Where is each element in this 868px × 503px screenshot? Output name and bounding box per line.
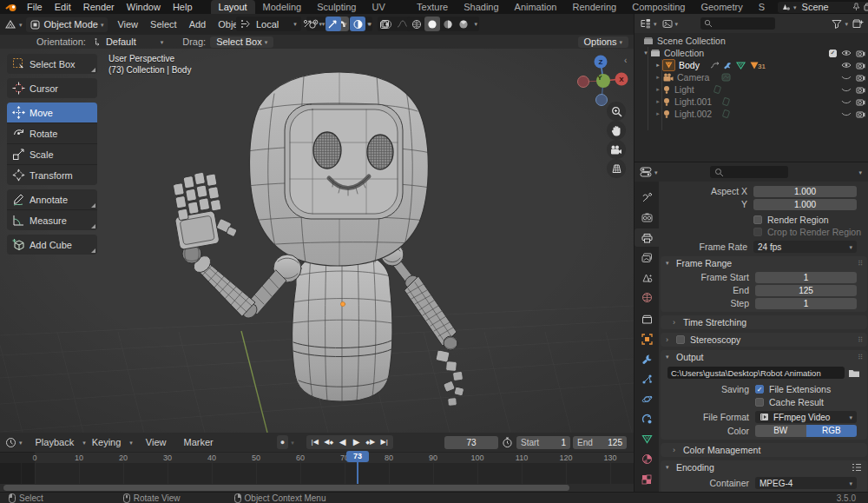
tool-scale[interactable]: Scale bbox=[7, 144, 97, 165]
timeline-channels[interactable] bbox=[0, 463, 634, 484]
show-overlays-icon[interactable] bbox=[326, 17, 341, 31]
tab-object[interactable] bbox=[635, 330, 659, 348]
panel-drag-icon[interactable]: ⠿ bbox=[858, 336, 863, 344]
end-field[interactable]: 125 bbox=[755, 285, 857, 296]
editor-type-icon[interactable] bbox=[4, 19, 16, 30]
transform-orientation-dropdown[interactable]: Local ▾ bbox=[236, 17, 301, 31]
expand-icon[interactable]: ▾ bbox=[641, 50, 650, 56]
crop-region-checkbox[interactable] bbox=[753, 228, 762, 236]
step-field[interactable]: 1 bbox=[755, 298, 857, 309]
timeline-editor-type-icon[interactable] bbox=[5, 437, 16, 448]
play-reverse-button[interactable]: ◀ bbox=[336, 435, 350, 449]
tool-cursor[interactable]: Cursor bbox=[7, 78, 97, 98]
expand-icon[interactable]: ▸ bbox=[654, 110, 662, 117]
tab-constraints[interactable] bbox=[635, 410, 659, 428]
camera-disable-icon[interactable] bbox=[856, 62, 865, 69]
collapse-sidebar-icon[interactable]: ‹ bbox=[624, 56, 627, 65]
menu-marker[interactable]: Marker bbox=[177, 437, 219, 447]
tab-shading[interactable]: Shading bbox=[456, 0, 506, 14]
menu-edit[interactable]: Edit bbox=[49, 2, 77, 12]
output-path-field[interactable]: C:\Users\gusta\Desktop\Robot Animation bbox=[667, 367, 845, 379]
frame-start-field[interactable]: 1 bbox=[755, 272, 857, 283]
pin-icon[interactable] bbox=[852, 3, 860, 11]
tab-layout[interactable]: Layout bbox=[211, 0, 255, 14]
outliner-row-light[interactable]: ▸ Light bbox=[635, 83, 868, 96]
panel-drag-icon[interactable]: ⠿ bbox=[858, 260, 863, 268]
stereoscopy-panel[interactable]: › Stereoscopy ⠿ bbox=[661, 333, 867, 347]
render-region-checkbox[interactable] bbox=[753, 215, 762, 224]
blender-logo-icon[interactable] bbox=[5, 3, 17, 12]
tool-measure[interactable]: Measure bbox=[7, 210, 97, 230]
jump-to-end-button[interactable]: ▶| bbox=[378, 435, 391, 449]
viewport-3d[interactable]: User Perspective (73) Collection | Body … bbox=[0, 49, 634, 433]
frame-start-field[interactable]: Start 1 bbox=[516, 436, 570, 449]
eye-closed-icon[interactable] bbox=[841, 111, 852, 117]
tab-compositing[interactable]: Compositing bbox=[624, 0, 693, 14]
drag-dropdown[interactable]: Select Box ▾ bbox=[210, 36, 273, 48]
properties-editor-type-icon[interactable] bbox=[640, 167, 652, 177]
zoom-view-icon[interactable] bbox=[607, 102, 626, 121]
camera-disable-icon[interactable] bbox=[856, 98, 865, 106]
current-frame-field[interactable]: 73 bbox=[444, 436, 498, 449]
camera-disable-icon[interactable] bbox=[856, 110, 865, 118]
outliner-display-mode-icon[interactable] bbox=[640, 18, 651, 29]
timeline-scrollbar[interactable] bbox=[3, 485, 569, 491]
menu-window[interactable]: Window bbox=[121, 2, 167, 12]
expand-icon[interactable]: ▸ bbox=[654, 62, 662, 69]
encoding-header[interactable]: ▾ Encoding bbox=[661, 460, 867, 474]
frame-end-field[interactable]: End 125 bbox=[573, 436, 627, 449]
tab-collection[interactable] bbox=[635, 310, 659, 328]
expand-icon[interactable]: ▸ bbox=[654, 86, 662, 93]
tab-geometry-nodes[interactable]: Geometry Nodes bbox=[693, 0, 750, 14]
toggle-xray-box-icon[interactable] bbox=[377, 17, 392, 31]
outliner-row-light-001[interactable]: ▸ Light.001 bbox=[635, 96, 868, 108]
camera-view-icon[interactable] bbox=[607, 140, 626, 159]
color-rgb-button[interactable]: RGB bbox=[806, 425, 858, 437]
frame-range-header[interactable]: ▾ Frame Range ⠿ bbox=[661, 256, 867, 270]
collection-checkbox[interactable]: ✓ bbox=[829, 50, 837, 57]
tool-move[interactable]: Move bbox=[7, 103, 97, 123]
tab-texture[interactable] bbox=[635, 470, 659, 488]
outliner-row-light-002[interactable]: ▸ Light.002 bbox=[635, 108, 868, 120]
outliner-row-scene-collection[interactable]: Scene Collection bbox=[635, 35, 868, 47]
folder-icon[interactable] bbox=[848, 368, 860, 378]
prev-keyframe-button[interactable]: ◀◆ bbox=[322, 435, 336, 449]
new-collection-icon[interactable] bbox=[852, 18, 864, 29]
menu-select[interactable]: Select bbox=[144, 19, 183, 30]
timeline-ruler[interactable]: 0 10 20 30 40 50 60 70 80 90 100 110 120… bbox=[0, 452, 634, 464]
shading-material-icon[interactable] bbox=[440, 17, 456, 31]
tab-tool[interactable] bbox=[635, 189, 659, 207]
new-scene-icon[interactable] bbox=[864, 3, 868, 11]
menu-file[interactable]: File bbox=[21, 2, 49, 12]
eye-closed-icon[interactable] bbox=[841, 99, 852, 105]
show-gizmo-icon[interactable] bbox=[300, 17, 316, 31]
cache-result-checkbox[interactable] bbox=[755, 398, 764, 407]
outliner-filter-id-icon[interactable] bbox=[662, 19, 673, 29]
tab-scripting[interactable]: S bbox=[751, 0, 773, 14]
tool-select-box[interactable]: Select Box bbox=[7, 54, 97, 74]
file-format-dropdown[interactable]: FFmpeg Video ▾ bbox=[755, 411, 857, 423]
navigation-gizmo[interactable]: Z X Y bbox=[576, 54, 630, 108]
play-button[interactable]: ▶ bbox=[350, 435, 364, 449]
color-bw-button[interactable]: BW bbox=[755, 425, 806, 437]
shading-solid-icon[interactable] bbox=[424, 17, 440, 31]
panel-drag-icon[interactable]: ⠿ bbox=[858, 354, 863, 361]
tab-rendering[interactable]: Rendering bbox=[564, 0, 624, 14]
expand-icon[interactable]: ▸ bbox=[654, 74, 662, 81]
expand-icon[interactable]: ▸ bbox=[654, 98, 662, 105]
outliner-search-input[interactable] bbox=[700, 17, 775, 30]
filter-funnel-icon[interactable] bbox=[832, 19, 842, 29]
color-management-panel[interactable]: › Color Management bbox=[661, 443, 867, 457]
tab-world[interactable] bbox=[635, 288, 659, 307]
stereoscopy-checkbox[interactable] bbox=[676, 335, 685, 344]
shading-wireframe-icon[interactable] bbox=[409, 17, 424, 31]
eye-closed-icon[interactable] bbox=[841, 87, 852, 93]
presets-icon[interactable] bbox=[852, 463, 862, 472]
scene-name[interactable]: Scene bbox=[797, 2, 852, 12]
tab-uv-editing[interactable]: UV Editing bbox=[364, 0, 409, 14]
shading-rendered-icon[interactable] bbox=[456, 17, 471, 31]
tab-sculpting[interactable]: Sculpting bbox=[309, 0, 364, 14]
aspect-y-field[interactable]: 1.000 bbox=[753, 199, 857, 210]
tool-add-cube[interactable]: Add Cube bbox=[7, 235, 97, 255]
perspective-toggle-icon[interactable] bbox=[607, 159, 626, 178]
